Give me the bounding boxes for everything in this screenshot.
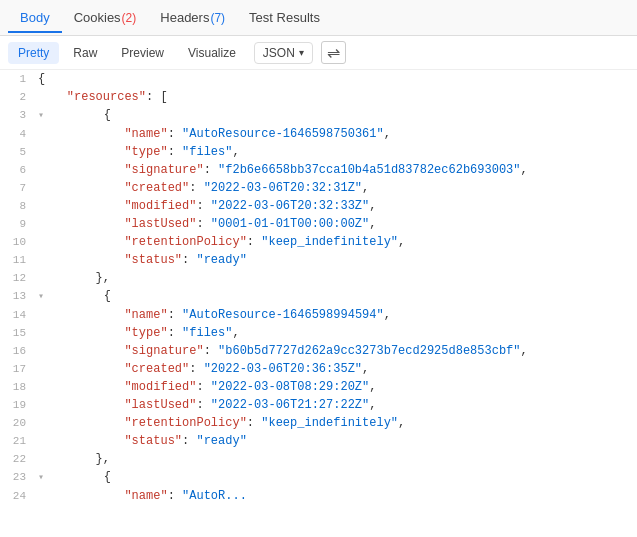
- json-line: 14 "name": "AutoResource-1646598994594",: [0, 306, 637, 324]
- tab-cookies[interactable]: Cookies(2): [62, 4, 149, 33]
- tab-body[interactable]: Body: [8, 4, 62, 33]
- line-number: 18: [8, 378, 38, 396]
- line-content: "type": "files",: [38, 324, 637, 342]
- line-number: 3: [8, 106, 38, 124]
- json-line: 9 "lastUsed": "0001-01-01T00:00:00Z",: [0, 215, 637, 233]
- json-line: 1{: [0, 70, 637, 88]
- line-number: 24: [8, 487, 38, 505]
- json-line: 18 "modified": "2022-03-08T08:29:20Z",: [0, 378, 637, 396]
- json-line: 5 "type": "files",: [0, 143, 637, 161]
- line-content: ▾ {: [38, 287, 637, 306]
- json-line: 16 "signature": "b60b5d7727d262a9cc3273b…: [0, 342, 637, 360]
- line-content: "modified": "2022-03-08T08:29:20Z",: [38, 378, 637, 396]
- line-number: 15: [8, 324, 38, 342]
- json-line: 24 "name": "AutoR...: [0, 487, 637, 505]
- json-line: 2 "resources": [: [0, 88, 637, 106]
- line-number: 12: [8, 269, 38, 287]
- line-number: 1: [8, 70, 38, 88]
- line-number: 6: [8, 161, 38, 179]
- sub-toolbar: Pretty Raw Preview Visualize JSON ▾ ⇌: [0, 36, 637, 70]
- json-viewer: 1{2 "resources": [3▾ {4 "name": "AutoRes…: [0, 70, 637, 535]
- line-number: 14: [8, 306, 38, 324]
- line-number: 8: [8, 197, 38, 215]
- line-content: "type": "files",: [38, 143, 637, 161]
- collapse-triangle-icon[interactable]: ▾: [38, 110, 44, 121]
- line-content: },: [38, 450, 637, 468]
- line-content: "modified": "2022-03-06T20:32:33Z",: [38, 197, 637, 215]
- json-line: 7 "created": "2022-03-06T20:32:31Z",: [0, 179, 637, 197]
- line-content: "created": "2022-03-06T20:32:31Z",: [38, 179, 637, 197]
- json-line: 15 "type": "files",: [0, 324, 637, 342]
- line-number: 10: [8, 233, 38, 251]
- json-line: 23▾ {: [0, 468, 637, 487]
- line-content: ▾ {: [38, 106, 637, 125]
- json-line: 11 "status": "ready": [0, 251, 637, 269]
- line-content: "name": "AutoResource-1646598994594",: [38, 306, 637, 324]
- line-number: 19: [8, 396, 38, 414]
- format-selector[interactable]: JSON ▾: [254, 42, 313, 64]
- line-content: },: [38, 269, 637, 287]
- line-content: "retentionPolicy": "keep_indefinitely",: [38, 233, 637, 251]
- line-content: "lastUsed": "2022-03-06T21:27:22Z",: [38, 396, 637, 414]
- visualize-button[interactable]: Visualize: [178, 42, 246, 64]
- json-line: 20 "retentionPolicy": "keep_indefinitely…: [0, 414, 637, 432]
- line-content: ▾ {: [38, 468, 637, 487]
- json-line: 13▾ {: [0, 287, 637, 306]
- line-number: 22: [8, 450, 38, 468]
- line-content: "status": "ready": [38, 251, 637, 269]
- tab-headers[interactable]: Headers(7): [148, 4, 237, 33]
- line-number: 13: [8, 287, 38, 305]
- json-line: 6 "signature": "f2b6e6658bb37cca10b4a51d…: [0, 161, 637, 179]
- line-number: 16: [8, 342, 38, 360]
- json-line: 19 "lastUsed": "2022-03-06T21:27:22Z",: [0, 396, 637, 414]
- line-content: "status": "ready": [38, 432, 637, 450]
- line-number: 20: [8, 414, 38, 432]
- line-content: {: [38, 70, 637, 88]
- line-content: "name": "AutoResource-1646598750361",: [38, 125, 637, 143]
- line-content: "retentionPolicy": "keep_indefinitely",: [38, 414, 637, 432]
- line-number: 9: [8, 215, 38, 233]
- line-number: 21: [8, 432, 38, 450]
- format-label: JSON: [263, 46, 295, 60]
- tab-test-results[interactable]: Test Results: [237, 4, 332, 33]
- collapse-triangle-icon[interactable]: ▾: [38, 291, 44, 302]
- json-line: 12 },: [0, 269, 637, 287]
- line-number: 7: [8, 179, 38, 197]
- cookies-badge: (2): [122, 11, 137, 25]
- line-number: 17: [8, 360, 38, 378]
- chevron-down-icon: ▾: [299, 47, 304, 58]
- headers-badge: (7): [210, 11, 225, 25]
- pretty-button[interactable]: Pretty: [8, 42, 59, 64]
- line-number: 11: [8, 251, 38, 269]
- line-content: "created": "2022-03-06T20:36:35Z",: [38, 360, 637, 378]
- line-content: "resources": [: [38, 88, 637, 106]
- json-line: 8 "modified": "2022-03-06T20:32:33Z",: [0, 197, 637, 215]
- line-number: 2: [8, 88, 38, 106]
- preview-button[interactable]: Preview: [111, 42, 174, 64]
- json-line: 22 },: [0, 450, 637, 468]
- line-content: "signature": "b60b5d7727d262a9cc3273b7ec…: [38, 342, 637, 360]
- line-content: "name": "AutoR...: [38, 487, 637, 505]
- collapse-triangle-icon[interactable]: ▾: [38, 472, 44, 483]
- json-line: 4 "name": "AutoResource-1646598750361",: [0, 125, 637, 143]
- raw-button[interactable]: Raw: [63, 42, 107, 64]
- line-number: 4: [8, 125, 38, 143]
- json-line: 3▾ {: [0, 106, 637, 125]
- json-line: 17 "created": "2022-03-06T20:36:35Z",: [0, 360, 637, 378]
- json-line: 21 "status": "ready": [0, 432, 637, 450]
- json-line: 10 "retentionPolicy": "keep_indefinitely…: [0, 233, 637, 251]
- top-tabs: Body Cookies(2) Headers(7) Test Results: [0, 0, 637, 36]
- line-number: 5: [8, 143, 38, 161]
- line-content: "signature": "f2b6e6658bb37cca10b4a51d83…: [38, 161, 637, 179]
- line-number: 23: [8, 468, 38, 486]
- line-content: "lastUsed": "0001-01-01T00:00:00Z",: [38, 215, 637, 233]
- wrap-button[interactable]: ⇌: [321, 41, 346, 64]
